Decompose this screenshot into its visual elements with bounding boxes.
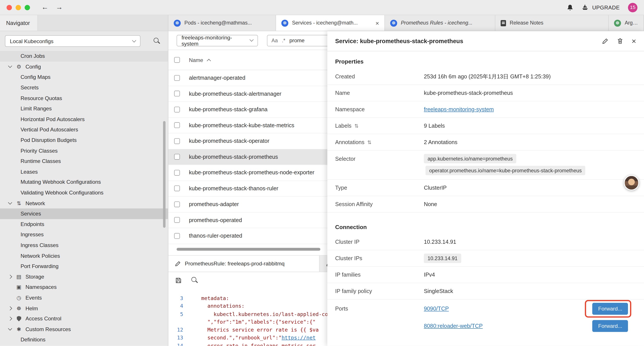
sidebar-item-ingresses[interactable]: Ingresses [0, 230, 168, 240]
navigator-title-tab[interactable]: Navigator [0, 15, 38, 31]
chevron-right-icon [8, 306, 12, 310]
forward-icon[interactable]: → [56, 3, 63, 11]
port-link-8080[interactable]: 8080:reloader-web/TCP [424, 323, 483, 329]
sidebar-item-custom-resources[interactable]: ✱Custom Resources [0, 324, 168, 335]
regex-toggle[interactable]: .* [282, 37, 286, 43]
sidebar-item-services[interactable]: Services [0, 209, 168, 219]
lens-app-window: ← → UPGRADE 15 Navigator ☸ Pods - iceche… [0, 0, 644, 346]
notification-count-badge[interactable]: 15 [628, 3, 638, 12]
sidebar-item-network-policies[interactable]: Network Policies [0, 250, 168, 261]
sidebar-item-leases[interactable]: Leases [0, 166, 168, 177]
delete-trash-icon[interactable] [617, 38, 623, 44]
service-name: thanos-ruler-operated [189, 233, 242, 239]
sidebar-item-horizontal-pod-autoscalers[interactable]: Horizontal Pod Autoscalers [0, 114, 168, 124]
sidebar-item-cron-jobs[interactable]: Cron Jobs [0, 51, 168, 61]
sidebar-item-priority-classes[interactable]: Priority Classes [0, 145, 168, 156]
tab-prometheus-rules[interactable]: ☸ Prometheus Rules - icecheng... [385, 15, 496, 31]
drawer-body: Properties Created 253d 16h 6m ago (2025… [327, 51, 644, 346]
code-url-link[interactable]: https://net [282, 335, 316, 341]
close-window-button[interactable] [6, 5, 12, 10]
tab-release-notes[interactable]: Release Notes [496, 15, 609, 31]
sidebar-item-runtime-classes[interactable]: Runtime Classes [0, 156, 168, 166]
row-checkbox[interactable] [174, 107, 180, 112]
select-all-checkbox[interactable] [174, 57, 180, 63]
row-checkbox[interactable] [174, 91, 180, 97]
sort-ascending-icon [207, 59, 211, 63]
tab-pods[interactable]: ☸ Pods - icecheng@mathmas... [168, 15, 276, 31]
back-icon[interactable]: ← [42, 3, 48, 11]
tab-label: Prometheus Rules - icecheng... [401, 20, 490, 26]
sidebar-item-resource-quotas[interactable]: Resource Quotas [0, 93, 168, 103]
row-checkbox[interactable] [174, 122, 180, 128]
sidebar-item-ingress-classes[interactable]: Ingress Classes [0, 240, 168, 251]
row-checkbox[interactable] [174, 138, 180, 144]
row-checkbox[interactable] [174, 154, 180, 160]
dock-tab-prometheusrule[interactable]: PrometheusRule: freeleaps-prod-rabbitmq [168, 256, 320, 272]
sidebar-scrollbar-thumb[interactable] [163, 121, 166, 228]
forward-button[interactable]: Forward... [592, 303, 628, 315]
property-row-namespace: Namespace freeleaps-monitoring-system [327, 101, 644, 118]
navigator-sidebar: Local Kubeconfigs Cron Jobs ⚙Config Conf… [0, 31, 168, 346]
chevron-down-icon [8, 201, 12, 205]
row-checkbox[interactable] [174, 217, 180, 223]
property-row-annotations: Annotations⇅ 2 Annotations [327, 134, 644, 151]
row-checkbox[interactable] [174, 233, 180, 239]
sidebar-item-validating-webhook-configurations[interactable]: Validating Webhook Configurations [0, 187, 168, 198]
kubernetes-icon: ☸ [174, 19, 181, 26]
sidebar-item-helm[interactable]: ☸Helm [0, 303, 168, 313]
sidebar-item-storage[interactable]: ▤Storage [0, 271, 168, 282]
close-tab-icon[interactable]: × [376, 19, 379, 26]
sidebar-item-port-forwarding[interactable]: Port Forwarding [0, 261, 168, 271]
sidebar-search-icon[interactable] [154, 38, 160, 44]
sidebar-item-namespaces[interactable]: ▣Namespaces [0, 282, 168, 292]
row-checkbox[interactable] [174, 170, 180, 175]
sidebar-item-vertical-pod-autoscalers[interactable]: Vertical Pod Autoscalers [0, 124, 168, 135]
sidebar-item-definitions[interactable]: Definitions [0, 335, 168, 345]
row-checkbox[interactable] [174, 185, 180, 191]
kubeconfig-select[interactable]: Local Kubeconfigs [5, 35, 140, 47]
sidebar-item-pod-disruption-budgets[interactable]: Pod Disruption Budgets [0, 135, 168, 145]
titlebar: ← → UPGRADE 15 [0, 0, 644, 15]
match-case-toggle[interactable]: Aa [272, 37, 278, 43]
name-column-header[interactable]: Name [189, 57, 210, 63]
tab-argo[interactable]: ☸ Argo S [609, 15, 644, 31]
events-icon: ◷ [16, 295, 22, 301]
forward-button[interactable]: Forward... [592, 320, 628, 332]
save-icon[interactable] [175, 277, 182, 283]
row-checkbox[interactable] [174, 75, 180, 81]
sidebar-item-limit-ranges[interactable]: Limit Ranges [0, 103, 168, 114]
close-drawer-icon[interactable]: × [632, 37, 636, 45]
expand-labels-icon[interactable]: ⇅ [354, 123, 358, 129]
sidebar-item-mutating-webhook-configurations[interactable]: Mutating Webhook Configurations [0, 177, 168, 187]
port-link-9090[interactable]: 9090/TCP [424, 306, 449, 312]
property-row-created: Created 253d 16h 6m ago (2025年1月13日 GMT+… [327, 68, 644, 85]
namespace-select[interactable]: freeleaps-monitoring-system [177, 34, 258, 46]
chevron-right-icon [8, 317, 12, 321]
minimize-window-button[interactable] [16, 5, 21, 10]
row-checkbox[interactable] [174, 201, 180, 207]
sidebar-item-secrets[interactable]: Secrets [0, 82, 168, 93]
sidebar-item-events[interactable]: ◷Events [0, 292, 168, 303]
sidebar-item-config-maps[interactable]: Config Maps [0, 72, 168, 82]
tab-services[interactable]: ☸ Services - icecheng@math... × [276, 15, 385, 31]
namespace-select-value: freeleaps-monitoring-system [182, 34, 247, 46]
drawer-title: Service: kube-prometheus-stack-prometheu… [335, 38, 463, 44]
horizontal-scrollbar-thumb[interactable] [177, 248, 320, 251]
line-number: 14 [168, 342, 188, 346]
titlebar-right: UPGRADE 15 [567, 3, 638, 12]
helm-icon: ☸ [16, 305, 22, 311]
sidebar-item-network[interactable]: ⇅Network [0, 198, 168, 209]
network-icon: ⇅ [16, 200, 22, 206]
notifications-bell-icon[interactable] [567, 4, 574, 11]
edit-pencil-icon[interactable] [602, 38, 608, 44]
sidebar-item-access-control[interactable]: Access Control [0, 313, 168, 324]
storage-icon: ▤ [16, 274, 22, 280]
expand-annotations-icon[interactable]: ⇅ [367, 139, 372, 145]
editor-search-icon[interactable] [191, 277, 198, 284]
sidebar-item-config[interactable]: ⚙Config [0, 61, 168, 72]
zoom-window-button[interactable] [24, 5, 30, 10]
sidebar-item-endpoints[interactable]: Endpoints [0, 219, 168, 230]
namespace-link[interactable]: freeleaps-monitoring-system [424, 106, 494, 112]
upgrade-button[interactable]: UPGRADE [582, 4, 620, 11]
floating-webcam-avatar [624, 175, 639, 190]
